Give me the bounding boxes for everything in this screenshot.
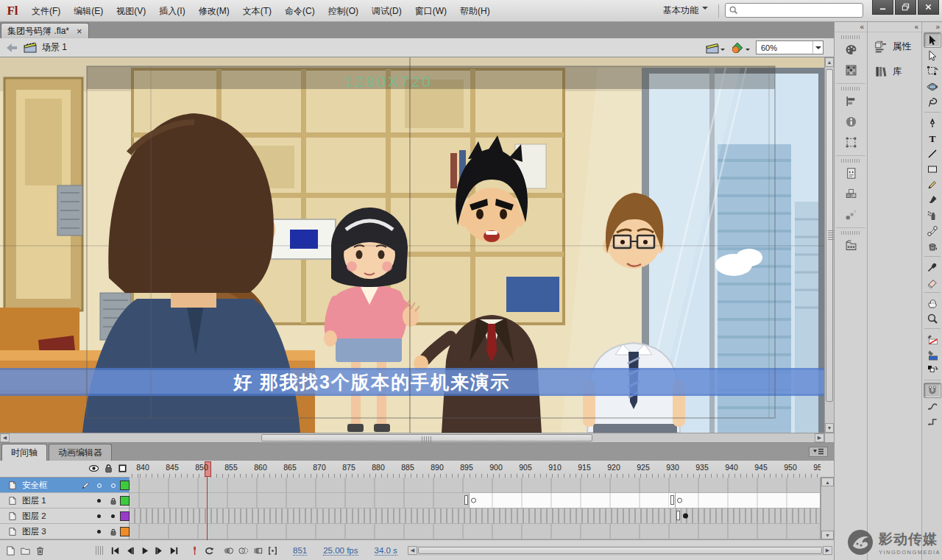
layer-outline-color-swatch[interactable] — [120, 527, 130, 536]
fill-color-tool[interactable] — [924, 347, 941, 362]
edit-multiple-frames-button[interactable] — [250, 544, 265, 558]
panel-button-properties[interactable]: 属性 — [868, 35, 921, 57]
bone-tool[interactable] — [924, 223, 941, 238]
panel-splitter-handle[interactable] — [96, 546, 103, 555]
layer-visibility-toggle[interactable] — [92, 530, 106, 534]
panel-menu-icon[interactable] — [809, 447, 828, 457]
lasso-tool[interactable] — [924, 94, 941, 110]
layer-outline-color-swatch[interactable] — [120, 511, 130, 521]
frame-span[interactable] — [681, 508, 821, 523]
zoom-tool[interactable] — [924, 311, 941, 326]
menu-item-8[interactable]: 调试(D) — [365, 3, 408, 19]
elapsed-time-field[interactable]: 34.0 s — [375, 546, 397, 556]
step-back-button[interactable] — [122, 544, 137, 558]
rectangle-tool[interactable] — [924, 161, 941, 177]
panel-button-transform-panel[interactable] — [838, 132, 863, 152]
new-folder-button[interactable] — [18, 544, 32, 558]
keyframe-hollow[interactable] — [677, 498, 682, 503]
panel-button-info[interactable] — [838, 112, 863, 132]
layer-lock-toggle[interactable] — [106, 528, 120, 536]
colors-swap-tool[interactable] — [924, 362, 941, 378]
panel-button-motion-presets[interactable] — [838, 205, 863, 224]
panel-button-components[interactable] — [838, 184, 863, 204]
timeline-tab-0[interactable]: 时间轴 — [1, 444, 47, 461]
menu-item-3[interactable]: 插入(I) — [152, 3, 191, 19]
frame-ruler[interactable]: 8408458508558608658708758808858908959009… — [130, 461, 821, 478]
edit-scene-button[interactable] — [706, 42, 725, 54]
scroll-up-icon[interactable]: ▲ — [821, 478, 834, 486]
layer-lock-toggle[interactable] — [106, 483, 120, 488]
onion-skin-outlines-button[interactable] — [236, 544, 250, 558]
collapse-dock-icon[interactable]: « — [868, 22, 921, 32]
zoom-level-select[interactable]: 60% — [756, 40, 824, 54]
spray-brush-tool[interactable] — [924, 208, 941, 223]
workspace-switcher[interactable]: 基本功能 — [659, 3, 712, 18]
frame-span[interactable] — [130, 524, 821, 539]
menu-item-6[interactable]: 命令(C) — [278, 3, 322, 19]
timeline-horizontal-scrollbar[interactable]: ◀ ▶ — [408, 546, 832, 556]
frame-rate-field[interactable]: 25.00 fps — [323, 546, 358, 556]
layer-outline-color-swatch[interactable] — [120, 496, 130, 506]
frame-span[interactable] — [130, 508, 681, 523]
scene-breadcrumb[interactable]: 场景 1 — [24, 41, 67, 54]
hand-tool[interactable] — [924, 295, 941, 311]
menu-item-10[interactable]: 帮助(H) — [453, 3, 497, 19]
stroke-color-tool[interactable] — [924, 331, 941, 347]
stage-vertical-scrollbar[interactable]: ▲ ▼ — [824, 57, 834, 433]
frame-span[interactable] — [470, 493, 676, 508]
panel-gripper[interactable] — [841, 231, 860, 235]
layer-frames-track[interactable] — [130, 493, 821, 508]
show-all-layers-as-outlines-icon[interactable] — [117, 463, 128, 474]
play-button[interactable] — [137, 544, 152, 558]
center-frame-button[interactable] — [187, 544, 202, 558]
keyframe-hollow[interactable] — [471, 498, 476, 503]
panel-button-color-palette[interactable] — [838, 40, 863, 60]
layer-visibility-toggle[interactable] — [92, 483, 106, 488]
layer-row-2[interactable]: 图层 2 — [0, 508, 821, 524]
scroll-right-icon[interactable]: ▶ — [823, 546, 832, 555]
loop-playback-button[interactable] — [202, 544, 216, 558]
go-to-first-frame-button[interactable] — [107, 544, 122, 558]
line-tool[interactable] — [924, 146, 941, 161]
layer-outline-color-swatch[interactable] — [120, 481, 130, 490]
panel-gripper[interactable] — [841, 35, 860, 39]
back-arrow-icon[interactable] — [6, 43, 18, 53]
search-input[interactable] — [738, 6, 860, 15]
menu-item-7[interactable]: 控制(O) — [322, 3, 365, 19]
panel-button-align[interactable] — [838, 91, 863, 111]
eyedropper-tool[interactable] — [924, 259, 941, 274]
layer-row-3[interactable]: 图层 3 — [0, 524, 821, 539]
scrollbar-thumb[interactable] — [418, 547, 822, 554]
panel-button-code-snippets[interactable] — [838, 163, 863, 183]
timeline-vertical-scrollbar[interactable]: ▲ ▼ — [821, 478, 834, 539]
scroll-right-icon[interactable]: ▶ — [815, 433, 824, 442]
current-frame-field[interactable]: 851 — [293, 546, 307, 556]
menu-item-1[interactable]: 编辑(E) — [67, 3, 110, 19]
frame-span[interactable] — [676, 493, 821, 508]
new-layer-button[interactable] — [3, 544, 18, 558]
scrollbar-thumb[interactable] — [261, 434, 592, 442]
layer-row-0[interactable]: 安全框 — [0, 478, 821, 493]
show-hide-all-layers-icon[interactable] — [88, 463, 99, 474]
menu-item-2[interactable]: 视图(V) — [110, 3, 152, 19]
layer-lock-toggle[interactable] — [106, 497, 120, 506]
panel-button-library[interactable]: 库 — [868, 60, 921, 82]
smooth-tool[interactable] — [924, 398, 941, 414]
stage-horizontal-scrollbar[interactable]: ◀ ▶ — [0, 433, 824, 442]
menu-item-0[interactable]: 文件(F) — [25, 3, 67, 19]
lock-unlock-all-layers-icon[interactable] — [103, 463, 114, 474]
collapse-dock-icon[interactable]: « — [835, 22, 867, 32]
menu-item-4[interactable]: 修改(M) — [192, 3, 236, 19]
stage-canvas[interactable]: 好 那我找3个版本的手机来演示 1280X720 — [0, 57, 824, 433]
frame-span[interactable] — [130, 478, 821, 492]
scroll-up-icon[interactable]: ▲ — [825, 57, 834, 67]
onion-skin-button[interactable] — [221, 544, 236, 558]
keyframe-filled[interactable] — [683, 514, 688, 519]
layer-frames-track[interactable] — [130, 478, 821, 493]
layer-frames-track[interactable] — [130, 524, 821, 539]
restore-button[interactable] — [895, 0, 916, 15]
panel-button-swatches[interactable] — [838, 60, 863, 80]
subselection-tool[interactable] — [924, 48, 941, 63]
search-box[interactable] — [725, 3, 863, 18]
scroll-down-icon[interactable]: ▼ — [821, 531, 834, 539]
